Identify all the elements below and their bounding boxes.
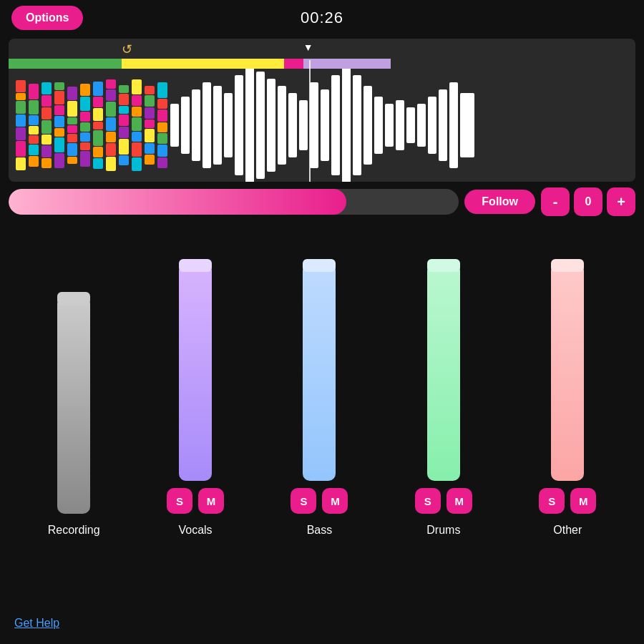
channel-recording: Recording — [48, 285, 100, 537]
white-bar — [406, 107, 415, 143]
wave-bars — [9, 69, 635, 182]
bar-group — [131, 79, 142, 171]
colored-bars-area — [9, 69, 169, 182]
bar-group — [118, 85, 130, 166]
sm-buttons-other: SM — [539, 488, 596, 514]
tbar-yellow — [122, 59, 285, 69]
fader-track-vocals[interactable] — [177, 252, 213, 481]
fader-track-other[interactable] — [550, 252, 585, 481]
channel-label-drums: Drums — [426, 524, 460, 537]
channel-vocals: SMVocals — [167, 252, 224, 537]
sm-buttons-vocals: SM — [167, 488, 224, 514]
fader-bar-other — [551, 263, 584, 481]
bar-group — [54, 82, 65, 168]
white-bar — [224, 93, 233, 157]
tbar-pink — [284, 59, 303, 69]
fader-track-recording[interactable] — [56, 285, 92, 514]
white-bar — [396, 100, 404, 150]
counter-value: 0 — [574, 187, 602, 216]
white-bar — [374, 97, 383, 154]
solo-button-other[interactable]: S — [539, 488, 565, 514]
bar-group — [157, 82, 168, 168]
white-bar — [353, 75, 361, 175]
fader-knob-drums[interactable] — [427, 259, 460, 272]
white-bar — [288, 93, 297, 157]
counter-plus-button[interactable]: + — [607, 187, 635, 216]
mute-button-other[interactable]: M — [570, 488, 596, 514]
channel-other: SMOther — [539, 252, 596, 537]
bar-group — [79, 84, 91, 167]
timeline-row: ↺ ▼ — [9, 39, 635, 60]
fader-knob-bass[interactable] — [303, 259, 336, 272]
fader-bar-recording — [57, 296, 90, 514]
loop-marker: ↺ — [122, 42, 132, 57]
mute-button-drums[interactable]: M — [447, 488, 472, 514]
white-bar — [449, 82, 458, 168]
counter-group: - 0 + — [541, 187, 635, 216]
progress-track[interactable] — [9, 189, 459, 215]
solo-button-drums[interactable]: S — [415, 488, 441, 514]
white-bar — [213, 86, 222, 165]
fader-knob-recording[interactable] — [57, 292, 90, 305]
bar-group — [105, 79, 117, 172]
fader-knob-other[interactable] — [551, 259, 584, 272]
bar-group — [92, 82, 104, 169]
bar-group — [67, 87, 78, 164]
progress-row: Follow - 0 + — [9, 187, 635, 216]
white-bar — [235, 75, 243, 175]
follow-button[interactable]: Follow — [464, 190, 535, 214]
get-help-link[interactable]: Get Help — [14, 617, 59, 630]
channel-label-vocals: Vocals — [178, 524, 212, 537]
white-bar — [385, 104, 394, 147]
white-bar — [278, 86, 286, 165]
white-bar — [245, 69, 254, 182]
white-bar — [428, 97, 436, 154]
white-bar — [192, 89, 200, 161]
counter-minus-button[interactable]: - — [541, 187, 570, 216]
white-bar — [203, 82, 211, 168]
white-bar — [170, 104, 179, 147]
white-bar — [181, 97, 190, 154]
fader-knob-vocals[interactable] — [179, 259, 212, 272]
sm-buttons-bass: SM — [291, 488, 348, 514]
channel-label-recording: Recording — [48, 524, 100, 537]
fader-track-drums[interactable] — [426, 252, 462, 481]
white-bar — [439, 89, 447, 161]
channel-label-bass: Bass — [307, 524, 333, 537]
progress-fill — [9, 189, 346, 215]
solo-button-bass[interactable]: S — [291, 488, 316, 514]
bar-group — [144, 86, 155, 165]
channel-label-other: Other — [553, 524, 582, 537]
white-bar — [267, 79, 275, 172]
fader-bar-vocals — [179, 263, 212, 481]
fader-bar-drums — [427, 263, 460, 481]
white-bar — [364, 86, 372, 165]
bar-group — [41, 82, 52, 168]
white-bar — [299, 100, 308, 150]
white-bar — [342, 69, 351, 182]
solo-button-vocals[interactable]: S — [167, 488, 192, 514]
time-display: 00:26 — [301, 9, 343, 27]
white-bars-area — [169, 69, 475, 182]
mute-button-vocals[interactable]: M — [198, 488, 224, 514]
channel-bass: SMBass — [291, 252, 348, 537]
playhead-line — [309, 60, 311, 182]
white-bar — [417, 104, 426, 147]
white-bar — [331, 75, 340, 175]
white-bar — [321, 89, 329, 161]
tbar-green — [9, 59, 122, 69]
playhead-marker: ▼ — [303, 42, 313, 53]
waveform-container[interactable]: ↺ ▼ — [9, 39, 635, 182]
tbar-rest — [391, 59, 635, 69]
mute-button-bass[interactable]: M — [322, 488, 348, 514]
fader-track-bass[interactable] — [301, 252, 337, 481]
bar-group — [28, 84, 39, 167]
bar-group — [15, 80, 26, 171]
white-bar — [256, 72, 265, 179]
sm-buttons-drums: SM — [415, 488, 472, 514]
fader-bar-bass — [303, 263, 336, 481]
header: Options 00:26 — [0, 0, 644, 36]
tbar-lavender — [303, 59, 391, 69]
options-button[interactable]: Options — [11, 6, 83, 30]
channel-drums: SMDrums — [415, 252, 472, 537]
